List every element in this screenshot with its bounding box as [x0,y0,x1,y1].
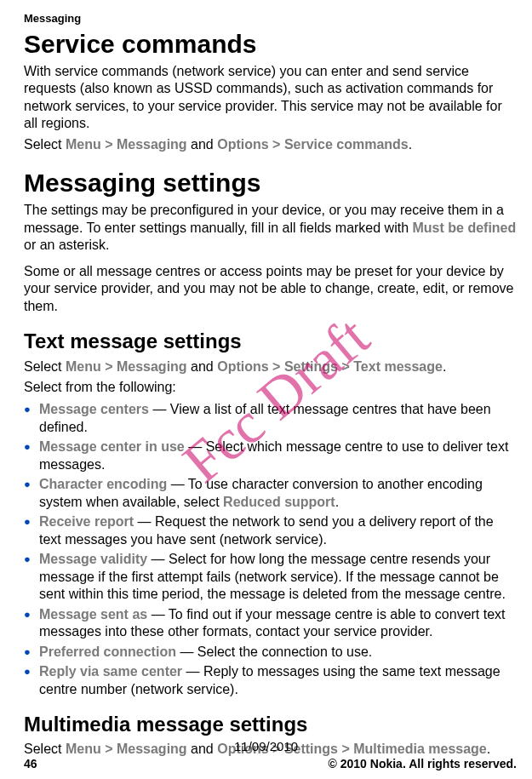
section-header: Messaging [24,12,517,25]
list-item: Receive report — Request the network to … [24,513,517,548]
paragraph: Select from the following: [24,379,517,396]
ui-menu: Menu [66,359,101,374]
ui-options: Options [217,359,268,374]
heading-text-message-settings: Text message settings [24,330,517,352]
ui-label: Message validity [39,552,147,566]
ui-messaging: Messaging [117,137,187,152]
copyright: © 2010 Nokia. All rights reserved. [329,757,517,770]
heading-messaging-settings: Messaging settings [24,169,517,197]
paragraph: Some or all message centres or access po… [24,263,517,315]
heading-multimedia-message-settings: Multimedia message settings [24,713,517,736]
ui-menu: Menu [66,137,101,152]
bullet-list: Message centers — View a list of all tex… [24,401,517,698]
ui-messaging: Messaging [117,359,187,374]
ui-label: Receive report [39,514,134,529]
list-item: Message centers — View a list of all tex… [24,401,517,436]
text: and [187,137,218,152]
ui-must-be-defined: Must be defined [413,221,517,235]
separator-gt: > [101,137,117,152]
ui-settings: Settings [284,359,338,374]
list-item: Character encoding — To use character co… [24,476,517,511]
ui-text-message: Text message [353,359,443,374]
ui-label: Reply via same center [39,664,182,679]
list-item: Message validity — Select for how long t… [24,551,517,603]
ui-label: Preferred connection [39,644,176,659]
list-item: Preferred connection — Select the connec… [24,644,517,661]
footer-date: 11/09/2010 [0,739,532,753]
separator-gt: > [338,359,353,374]
text: Select [24,137,66,152]
text: . [335,495,339,509]
heading-service-commands: Service commands [24,30,517,58]
page-number: 46 [24,757,37,770]
ui-label: Message sent as [39,607,147,621]
list-item: Message sent as — To find out if your me… [24,606,517,641]
paragraph: The settings may be preconfigured in you… [24,202,517,254]
list-item: Reply via same center — Reply to message… [24,663,517,698]
separator-gt: > [269,359,284,374]
text: . [409,137,412,152]
list-item: Message center in use — Select which mes… [24,438,517,473]
ui-service-commands: Service commands [284,137,409,152]
separator-gt: > [269,137,284,152]
ui-label: Message center in use [39,439,185,454]
text: Select [24,359,66,374]
text: . [443,359,446,374]
paragraph-nav: Select Menu > Messaging and Options > Se… [24,358,517,375]
ui-label: Message centers [39,402,149,416]
ui-options: Options [217,137,268,152]
ui-label: Reduced support [223,495,335,509]
text: and [187,359,218,374]
text: or an asterisk. [24,238,109,252]
text: — Select the connection to use. [176,644,372,659]
paragraph: With service commands (network service) … [24,63,517,133]
separator-gt: > [101,359,117,374]
ui-label: Character encoding [39,477,167,491]
paragraph-nav: Select Menu > Messaging and Options > Se… [24,136,517,153]
